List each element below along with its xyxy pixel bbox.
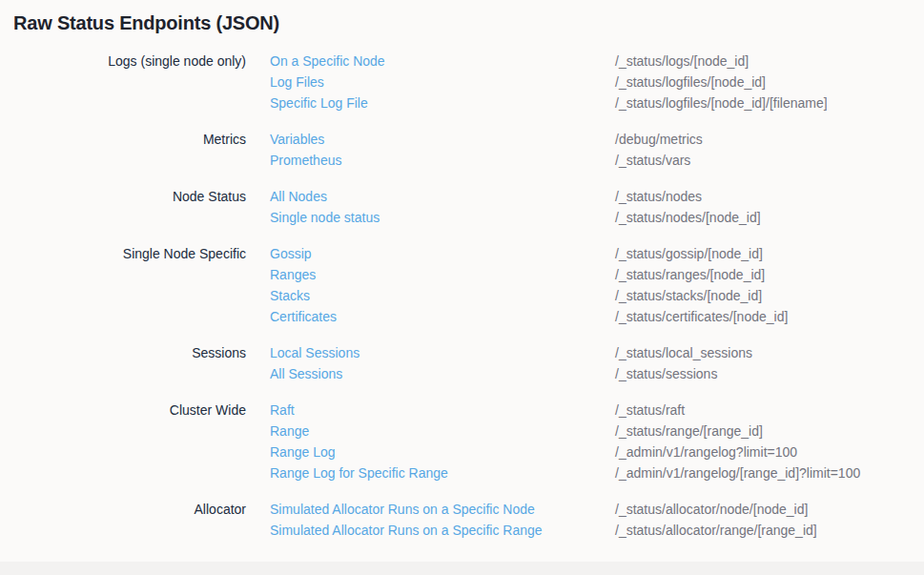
category-label: Cluster Wide (0, 400, 246, 483)
endpoint-path: /_admin/v1/rangelog/[range_id]?limit=100 (615, 462, 924, 483)
endpoint-paths: /_status/logs/[node_id]/_status/logfiles… (615, 51, 924, 113)
endpoint-path: /_status/local_sessions (615, 342, 924, 363)
endpoint-link[interactable]: Log Files (270, 72, 615, 92)
category-label: Node Status (0, 186, 246, 228)
endpoint-link[interactable]: Simulated Allocator Runs on a Specific R… (270, 520, 615, 541)
endpoint-path: /_admin/v1/rangelog?limit=100 (615, 442, 924, 462)
endpoint-path: /_status/vars (615, 150, 924, 171)
endpoint-links: RaftRangeRange LogRange Log for Specific… (270, 400, 615, 483)
endpoint-link[interactable]: Stacks (270, 285, 615, 306)
endpoint-path: /_status/logs/[node_id] (615, 51, 924, 72)
endpoint-paths: /_status/gossip/[node_id]/_status/ranges… (615, 243, 924, 327)
endpoint-links: Simulated Allocator Runs on a Specific N… (270, 499, 615, 541)
endpoint-links: All NodesSingle node status (270, 186, 615, 228)
endpoint-link[interactable]: Local Sessions (270, 342, 615, 363)
endpoint-paths: /_status/nodes/_status/nodes/[node_id] (615, 186, 924, 228)
endpoint-path: /_status/sessions (615, 363, 924, 384)
endpoint-paths: /_status/local_sessions/_status/sessions (615, 342, 924, 384)
endpoint-group: Node StatusAll NodesSingle node status/_… (0, 186, 924, 228)
endpoint-link[interactable]: Range Log for Specific Range (270, 462, 615, 483)
endpoint-link[interactable]: Range (270, 421, 615, 442)
endpoint-link[interactable]: Range Log (270, 442, 615, 462)
endpoint-path: /_status/nodes/[node_id] (615, 207, 924, 228)
endpoint-link[interactable]: Prometheus (270, 150, 615, 171)
category-label: Sessions (0, 342, 246, 384)
endpoint-links: On a Specific NodeLog FilesSpecific Log … (270, 51, 615, 113)
endpoint-group: Cluster WideRaftRangeRange LogRange Log … (0, 400, 924, 483)
category-label: Allocator (0, 499, 246, 541)
endpoint-path: /_status/logfiles/[node_id]/[filename] (615, 92, 924, 113)
endpoint-path: /_status/stacks/[node_id] (615, 285, 924, 306)
endpoint-link[interactable]: Ranges (270, 264, 615, 285)
endpoint-group: AllocatorSimulated Allocator Runs on a S… (0, 499, 924, 541)
endpoint-paths: /_status/raft/_status/range/[range_id]/_… (615, 400, 924, 483)
endpoint-link[interactable]: Specific Log File (270, 92, 615, 113)
endpoint-link[interactable]: All Sessions (270, 363, 615, 384)
endpoint-path: /_status/certificates/[node_id] (615, 306, 924, 327)
endpoint-link[interactable]: Simulated Allocator Runs on a Specific N… (270, 499, 615, 520)
endpoint-links: Local SessionsAll Sessions (270, 342, 615, 384)
endpoint-path: /debug/metrics (615, 129, 924, 150)
endpoint-group: Logs (single node only)On a Specific Nod… (0, 51, 924, 113)
endpoint-group: MetricsVariablesPrometheus/debug/metrics… (0, 129, 924, 171)
endpoint-path: /_status/allocator/node/[node_id] (615, 499, 924, 520)
endpoint-links: GossipRangesStacksCertificates (270, 243, 615, 327)
endpoint-link[interactable]: Variables (270, 129, 615, 150)
endpoint-paths: /debug/metrics/_status/vars (615, 129, 924, 171)
endpoint-link[interactable]: Single node status (270, 207, 615, 228)
category-label: Metrics (0, 129, 246, 171)
endpoint-path: /_status/ranges/[node_id] (615, 264, 924, 285)
endpoint-path: /_status/logfiles/[node_id] (615, 72, 924, 92)
endpoint-group: Single Node SpecificGossipRangesStacksCe… (0, 243, 924, 327)
endpoint-path: /_status/nodes (615, 186, 924, 207)
category-label: Logs (single node only) (0, 51, 246, 113)
endpoint-group: SessionsLocal SessionsAll Sessions/_stat… (0, 342, 924, 384)
page-title: Raw Status Endpoints (JSON) (13, 12, 924, 34)
endpoint-path: /_status/raft (615, 400, 924, 421)
endpoint-link[interactable]: All Nodes (270, 186, 615, 207)
endpoint-link[interactable]: Raft (270, 400, 615, 421)
footer-strip (0, 562, 924, 575)
endpoint-link[interactable]: Gossip (270, 243, 615, 264)
endpoint-path: /_status/range/[range_id] (615, 421, 924, 442)
endpoint-paths: /_status/allocator/node/[node_id]/_statu… (615, 499, 924, 541)
endpoint-link[interactable]: On a Specific Node (270, 51, 615, 72)
endpoint-link[interactable]: Certificates (270, 306, 615, 327)
endpoint-groups: Logs (single node only)On a Specific Nod… (0, 51, 924, 541)
category-label: Single Node Specific (0, 243, 246, 327)
endpoint-path: /_status/gossip/[node_id] (615, 243, 924, 264)
page: Raw Status Endpoints (JSON) Logs (single… (0, 12, 924, 575)
endpoint-links: VariablesPrometheus (270, 129, 615, 171)
endpoint-path: /_status/allocator/range/[range_id] (615, 520, 924, 541)
